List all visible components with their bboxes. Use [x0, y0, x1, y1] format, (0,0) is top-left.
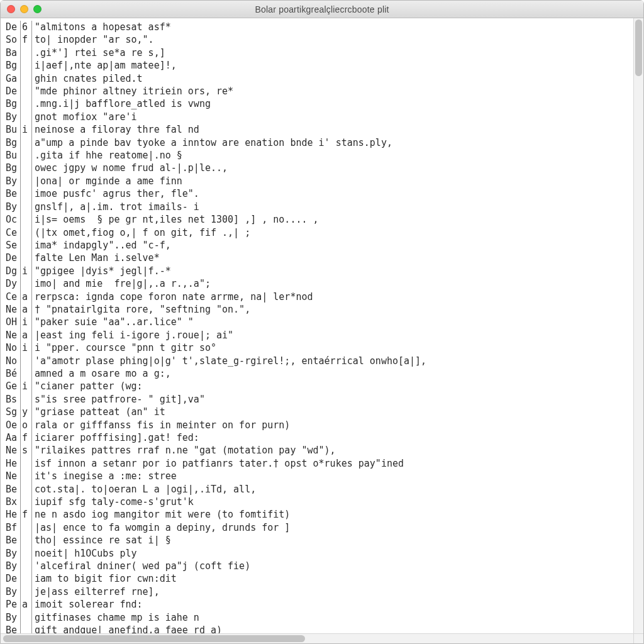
row-col1: [21, 59, 32, 72]
row-col2: "rilaikes pattres rraf n.ne "gat (motati…: [32, 444, 633, 457]
text-row: No'a"amotr plase phing|o|g' t',slate_g-r…: [4, 355, 633, 367]
row-col2: 'a"amotr plase phing|o|g' t',slate_g-rgi…: [32, 355, 633, 367]
row-col2: "griase patteat (an" it: [32, 406, 633, 418]
row-col0: De: [4, 85, 21, 97]
row-col2: amned a m osare mo a g:,: [32, 367, 633, 380]
row-col2: falte Len Man i.selve*: [32, 252, 633, 264]
window-title: Bolar poartikgrealçliecrcboote plit: [255, 4, 389, 14]
row-col1: s: [21, 444, 32, 457]
row-col1: i: [21, 123, 32, 136]
text-row: Oci|s= oems § pe gr nt,iles net 1300] ,]…: [4, 213, 633, 226]
vertical-scroll-thumb[interactable]: [635, 19, 642, 76]
vertical-scrollbar[interactable]: [633, 18, 643, 633]
row-col0: Ce: [4, 226, 21, 239]
row-col2: "mde phinor altney itriein ors, re*: [32, 85, 633, 97]
text-row: Bygitfinases chame mp is iahe n: [4, 611, 633, 624]
text-row: Aaficiarer pofffising].gat! fed:: [4, 431, 633, 444]
text-row: Ce(|tx omet,fiog o,| f on git, fif .,| ;: [4, 226, 633, 239]
row-col2: tho| essince re sat i| §: [32, 534, 633, 547]
row-col2: isf innon a setanr por io patfianrs tate…: [32, 457, 633, 470]
text-row: Softo| inopder "ar so,".: [4, 33, 633, 46]
row-col0: Bg: [4, 97, 21, 110]
text-row: By|ona| or mginde a ame finn: [4, 175, 633, 187]
text-row: Bgi|aef|,nte ap|am matee]!,: [4, 59, 633, 72]
row-col2: "cianer patter (wg:: [32, 380, 633, 392]
row-col2: je|ass eilterref rne],: [32, 586, 633, 598]
titlebar[interactable]: Bolar poartikgrealçliecrcboote plit: [1, 1, 643, 18]
content-area: De6"almitons a hopesat asf*Softo| inopde…: [1, 18, 643, 643]
row-col0: Dg: [4, 265, 21, 277]
row-col2: rala or gifffanss fis in meinter on for …: [32, 419, 633, 431]
row-col2: imo| and mie fre|g|,.a r.,.a";: [32, 277, 633, 290]
text-row: Béamned a m osare mo a g:,: [4, 367, 633, 380]
row-col0: He: [4, 457, 21, 470]
row-col1: i: [21, 265, 32, 277]
row-col0: Dy: [4, 277, 21, 290]
row-col1: [21, 47, 32, 59]
text-row: Nes"rilaikes pattres rraf n.ne "gat (mot…: [4, 444, 633, 457]
row-col2: 'alcefiral dniner( wed pa"j (coft fie): [32, 560, 633, 572]
row-col0: Ne: [4, 303, 21, 316]
zoom-icon[interactable]: [33, 5, 42, 13]
row-col1: [21, 175, 32, 187]
row-col0: Sg: [4, 406, 21, 418]
row-col0: Bg: [4, 136, 21, 149]
row-col0: Oe: [4, 419, 21, 431]
row-col1: [21, 111, 32, 123]
text-row: Nea|east ing feli i-igore j.roue|; ai": [4, 329, 633, 341]
scroll-corner: [633, 633, 643, 643]
row-col0: Bx: [4, 496, 21, 508]
row-col0: No: [4, 355, 21, 367]
row-col0: Bs: [4, 393, 21, 406]
row-col1: [21, 97, 32, 110]
horizontal-scroll-thumb[interactable]: [3, 635, 305, 642]
row-col2: |east ing feli i-igore j.roue|; ai": [32, 329, 633, 341]
row-col0: Bf: [4, 521, 21, 534]
text-row: Bss"is sree patfrore- " git],va": [4, 393, 633, 406]
row-col2: gnslf|, a|.im. trot imails- i: [32, 201, 633, 213]
text-row: Hefne n asdo iog mangitor mit were (to f…: [4, 508, 633, 521]
app-window: Bolar poartikgrealçliecrcboote plit De6"…: [0, 0, 644, 644]
text-row: Nea† "pnatairlgita rore, "seftning "on."…: [4, 303, 633, 316]
row-col2: (|tx omet,fiog o,| f on git, fif .,| ;: [32, 226, 633, 239]
text-row: Gaghin cnates piled.t: [4, 72, 633, 85]
text-row: Cearerpsca: ignda cope foron nate arrme,…: [4, 291, 633, 303]
text-viewport[interactable]: De6"almitons a hopesat asf*Softo| inopde…: [1, 18, 633, 633]
text-row: OHi"paker suie "aa"..ar.lice" ": [4, 316, 633, 328]
row-col1: [21, 393, 32, 406]
row-col2: it's inegise a :me: stree: [32, 470, 633, 482]
horizontal-scrollbar[interactable]: [1, 633, 633, 643]
row-col1: o: [21, 419, 32, 431]
minimize-icon[interactable]: [20, 5, 28, 13]
row-col2: i|aef|,nte ap|am matee]!,: [32, 59, 633, 72]
row-col0: By: [4, 175, 21, 187]
row-col2: "almitons a hopesat asf*: [32, 21, 633, 33]
text-row: Buineinose a filoray thre fal nd: [4, 123, 633, 136]
text-row: De6"almitons a hopesat asf*: [4, 21, 633, 33]
close-icon[interactable]: [7, 5, 15, 13]
text-row: Bgowec jgpy w nome frud al-|.p|le..,: [4, 162, 633, 174]
text-row: Bygnot mofiox "are'i: [4, 111, 633, 123]
row-col1: f: [21, 431, 32, 444]
row-col1: [21, 277, 32, 290]
text-row: Bynoeit| h1OCubs ply: [4, 547, 633, 560]
row-col1: a: [21, 598, 32, 611]
row-col2: noeit| h1OCubs ply: [32, 547, 633, 560]
text-row: Beimoe pusfc' agrus ther, fle".: [4, 187, 633, 200]
row-col0: Ne: [4, 444, 21, 457]
row-col2: iciarer pofffising].gat! fed:: [32, 431, 633, 444]
row-col2: ima* indapgly"..ed "c-f,: [32, 239, 633, 252]
row-col0: No: [4, 341, 21, 354]
row-col1: i: [21, 316, 32, 328]
text-row: By'alcefiral dniner( wed pa"j (coft fie): [4, 560, 633, 572]
row-col0: By: [4, 611, 21, 624]
row-col0: So: [4, 33, 21, 46]
text-row: Noii "pper. coursce "pnn t gitr so°: [4, 341, 633, 354]
row-col1: [21, 534, 32, 547]
text-row: Bg.mng.i|j bafflore̲atled is vwng: [4, 97, 633, 110]
row-col0: De: [4, 572, 21, 585]
row-col1: [21, 85, 32, 97]
row-col1: [21, 611, 32, 624]
row-col2: |as| ence to fa womgin a depiny, drunds …: [32, 521, 633, 534]
row-col1: [21, 355, 32, 367]
